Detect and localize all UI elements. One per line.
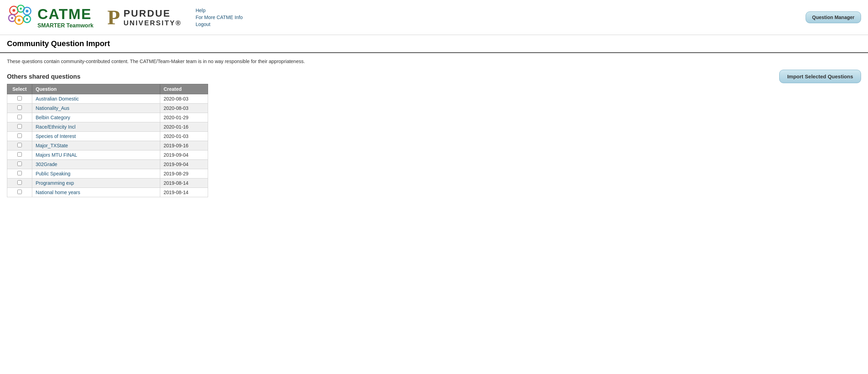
- row-created-cell: 2019-08-14: [160, 179, 208, 188]
- header-nav: Help For More CATME Info Logout: [196, 8, 243, 27]
- table-row: Species of Interest2020-01-03: [7, 132, 208, 141]
- more-info-link[interactable]: For More CATME Info: [196, 15, 243, 20]
- disclaimer: These questions contain community-contri…: [0, 53, 868, 70]
- purdue-name: PURDUE: [123, 8, 182, 19]
- row-created-cell: 2020-01-16: [160, 122, 208, 132]
- main-content: Others shared questions Select Question …: [0, 70, 868, 201]
- table-row: Public Speaking2019-08-29: [7, 169, 208, 179]
- row-question-cell: Major_TXState: [32, 141, 160, 150]
- row-created-cell: 2020-01-03: [160, 132, 208, 141]
- header: CATME SMARTER Teamwork P PURDUE UNIVERSI…: [0, 0, 868, 35]
- row-select-cell: [7, 132, 32, 141]
- table-row: Majors MTU FINAL2019-09-04: [7, 150, 208, 160]
- catme-text: CATME SMARTER Teamwork: [37, 6, 94, 29]
- question-link[interactable]: Australian Domestic: [36, 96, 79, 102]
- question-link[interactable]: Public Speaking: [36, 171, 70, 176]
- question-link[interactable]: 302Grade: [36, 162, 57, 167]
- row-question-cell: Australian Domestic: [32, 94, 160, 104]
- row-select-cell: [7, 94, 32, 104]
- svg-point-9: [11, 17, 13, 19]
- row-question-cell: Nationality_Aus: [32, 104, 160, 113]
- row-select-cell: [7, 179, 32, 188]
- row-checkbox[interactable]: [17, 133, 22, 138]
- row-question-cell: Belbin Category: [32, 113, 160, 122]
- question-link[interactable]: Nationality_Aus: [36, 105, 69, 111]
- row-select-cell: [7, 104, 32, 113]
- col-header-created: Created: [160, 84, 208, 94]
- row-question-cell: National home years: [32, 188, 160, 197]
- row-select-cell: [7, 150, 32, 160]
- row-question-cell: Programming exp: [32, 179, 160, 188]
- question-link[interactable]: Race/Ethnicity Incl: [36, 124, 76, 130]
- purdue-p-letter: P: [108, 7, 120, 28]
- catme-brand-name: CATME: [37, 6, 94, 23]
- table-row: Australian Domestic2020-08-03: [7, 94, 208, 104]
- row-checkbox[interactable]: [17, 190, 22, 194]
- table-row: Belbin Category2020-01-29: [7, 113, 208, 122]
- purdue-university: UNIVERSITY®: [123, 19, 182, 27]
- row-checkbox[interactable]: [17, 162, 22, 166]
- row-checkbox[interactable]: [17, 152, 22, 157]
- question-link[interactable]: Programming exp: [36, 180, 74, 186]
- row-created-cell: 2020-01-29: [160, 113, 208, 122]
- question-link[interactable]: Species of Interest: [36, 133, 76, 139]
- table-row: National home years2019-08-14: [7, 188, 208, 197]
- table-row: Major_TXState2019-09-16: [7, 141, 208, 150]
- row-select-cell: [7, 113, 32, 122]
- row-checkbox[interactable]: [17, 96, 22, 101]
- row-select-cell: [7, 141, 32, 150]
- svg-point-10: [18, 19, 20, 21]
- row-created-cell: 2019-09-04: [160, 150, 208, 160]
- question-link[interactable]: Major_TXState: [36, 143, 68, 148]
- row-checkbox[interactable]: [17, 115, 22, 119]
- row-select-cell: [7, 160, 32, 169]
- row-created-cell: 2019-09-04: [160, 160, 208, 169]
- row-question-cell: Race/Ethnicity Incl: [32, 122, 160, 132]
- row-checkbox[interactable]: [17, 124, 22, 129]
- catme-logo-container: CATME SMARTER Teamwork: [7, 3, 94, 31]
- row-created-cell: 2019-09-16: [160, 141, 208, 150]
- table-header-row: Select Question Created: [7, 84, 208, 94]
- row-question-cell: Species of Interest: [32, 132, 160, 141]
- row-created-cell: 2019-08-29: [160, 169, 208, 179]
- row-question-cell: Public Speaking: [32, 169, 160, 179]
- row-checkbox[interactable]: [17, 171, 22, 175]
- row-question-cell: Majors MTU FINAL: [32, 150, 160, 160]
- row-created-cell: 2020-08-03: [160, 104, 208, 113]
- row-created-cell: 2019-08-14: [160, 188, 208, 197]
- section-title: Others shared questions: [7, 73, 861, 80]
- row-select-cell: [7, 188, 32, 197]
- page-title-bar: Community Question Import: [0, 35, 868, 53]
- row-select-cell: [7, 169, 32, 179]
- row-select-cell: [7, 122, 32, 132]
- purdue-text: PURDUE UNIVERSITY®: [123, 8, 182, 27]
- table-row: Programming exp2019-08-14: [7, 179, 208, 188]
- question-manager-button[interactable]: Question Manager: [806, 11, 861, 23]
- catme-logo: CATME SMARTER Teamwork: [7, 3, 94, 31]
- questions-table: Select Question Created Australian Domes…: [7, 84, 208, 197]
- import-selected-questions-button[interactable]: Import Selected Questions: [779, 70, 861, 83]
- col-header-select: Select: [7, 84, 32, 94]
- table-row: Nationality_Aus2020-08-03: [7, 104, 208, 113]
- question-link[interactable]: Majors MTU FINAL: [36, 152, 77, 158]
- row-checkbox[interactable]: [17, 105, 22, 110]
- catme-logo-icon: [7, 3, 35, 31]
- svg-point-8: [26, 10, 28, 12]
- page-title: Community Question Import: [7, 39, 110, 48]
- row-checkbox[interactable]: [17, 180, 22, 185]
- table-row: 302Grade2019-09-04: [7, 160, 208, 169]
- svg-point-6: [12, 9, 15, 12]
- question-link[interactable]: Belbin Category: [36, 115, 70, 120]
- logout-link[interactable]: Logout: [196, 21, 243, 27]
- catme-subtitle: SMARTER Teamwork: [37, 23, 94, 29]
- svg-point-11: [26, 18, 28, 20]
- table-row: Race/Ethnicity Incl2020-01-16: [7, 122, 208, 132]
- purdue-logo: P PURDUE UNIVERSITY®: [108, 7, 182, 28]
- row-checkbox[interactable]: [17, 143, 22, 147]
- row-created-cell: 2020-08-03: [160, 94, 208, 104]
- svg-point-7: [20, 8, 22, 10]
- row-question-cell: 302Grade: [32, 160, 160, 169]
- help-link[interactable]: Help: [196, 8, 243, 13]
- col-header-question: Question: [32, 84, 160, 94]
- question-link[interactable]: National home years: [36, 190, 80, 195]
